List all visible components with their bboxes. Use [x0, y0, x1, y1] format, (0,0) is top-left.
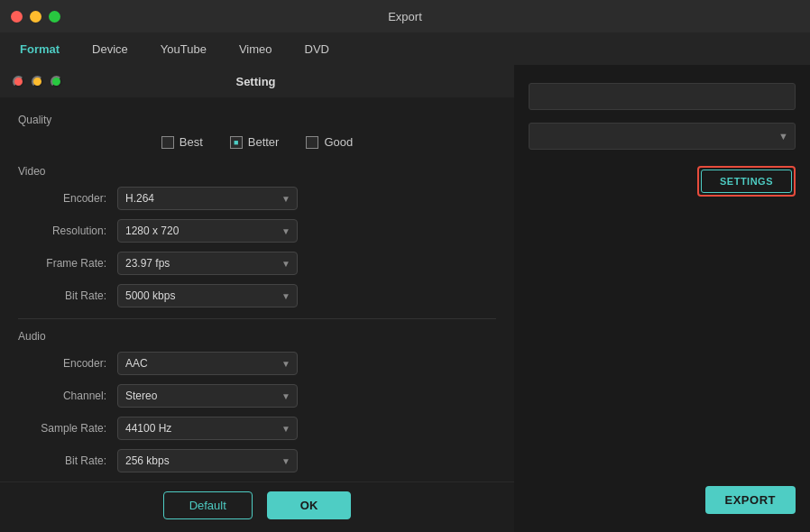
- close-button[interactable]: [11, 11, 23, 23]
- nav-item-format[interactable]: Format: [4, 37, 76, 61]
- good-checkbox[interactable]: [306, 136, 318, 149]
- encoder-label: Encoder:: [18, 192, 117, 205]
- setting-panel: Setting Quality Best Better Good: [0, 65, 514, 532]
- encoder-select-wrapper: H.264 H.265 MPEG-4 ProRes ▼: [117, 187, 298, 210]
- right-panel: ▼ SETTINGS EXPORT: [514, 65, 810, 532]
- video-bitrate-row: Bit Rate: 1000 kbps 2000 kbps 3000 kbps …: [18, 284, 496, 307]
- setting-header: Setting: [69, 75, 442, 88]
- video-resolution-row: Resolution: 3840 x 2160 1920 x 1080 1280…: [18, 219, 496, 243]
- audio-encoder-select[interactable]: AAC MP3 AC3 FLAC: [117, 352, 298, 375]
- window-controls[interactable]: [11, 11, 60, 23]
- right-input-field[interactable]: [529, 83, 796, 110]
- audio-bitrate-label: Bit Rate:: [18, 454, 117, 467]
- right-dropdown-wrapper: ▼: [529, 123, 796, 150]
- window-title: Export: [388, 10, 422, 23]
- encoder-select[interactable]: H.264 H.265 MPEG-4 ProRes: [117, 187, 298, 210]
- nav-item-device[interactable]: Device: [76, 37, 144, 61]
- audio-encoder-row: Encoder: AAC MP3 AC3 FLAC ▼: [18, 352, 496, 375]
- video-bitrate-label: Bit Rate:: [18, 289, 117, 302]
- inner-minimize-button[interactable]: [32, 76, 43, 87]
- inner-maximize-button[interactable]: [51, 76, 62, 87]
- better-checkbox[interactable]: [230, 136, 243, 149]
- main-content: Setting Quality Best Better Good: [0, 65, 810, 532]
- nav-item-dvd[interactable]: DVD: [289, 37, 345, 61]
- video-framerate-row: Frame Rate: 23.97 fps 24 fps 25 fps 29.9…: [18, 252, 496, 275]
- settings-button[interactable]: SETTINGS: [701, 170, 792, 193]
- minimize-button[interactable]: [30, 11, 41, 23]
- quality-row: Best Better Good: [18, 135, 496, 149]
- channel-select-wrapper: Mono Stereo 5.1 ▼: [117, 384, 298, 408]
- video-bitrate-select[interactable]: 1000 kbps 2000 kbps 3000 kbps 5000 kbps …: [117, 284, 298, 307]
- channel-label: Channel:: [18, 390, 117, 402]
- ok-button[interactable]: OK: [267, 491, 352, 519]
- resolution-label: Resolution:: [18, 225, 117, 237]
- video-label: Video: [18, 165, 496, 178]
- framerate-select[interactable]: 23.97 fps 24 fps 25 fps 29.97 fps 30 fps: [117, 252, 298, 275]
- setting-body: Quality Best Better Good Video E: [0, 97, 514, 482]
- audio-channel-row: Channel: Mono Stereo 5.1 ▼: [18, 384, 496, 408]
- audio-encoder-select-wrapper: AAC MP3 AC3 FLAC ▼: [117, 352, 298, 375]
- inner-close-button[interactable]: [13, 76, 24, 87]
- quality-label: Quality: [18, 114, 496, 126]
- resolution-select-wrapper: 3840 x 2160 1920 x 1080 1280 x 720 854 x…: [117, 219, 298, 243]
- nav-item-youtube[interactable]: YouTube: [144, 37, 223, 61]
- section-divider: [18, 318, 496, 319]
- better-label: Better: [248, 135, 280, 149]
- nav-item-vimeo[interactable]: Vimeo: [223, 37, 289, 61]
- good-label: Good: [324, 135, 353, 149]
- resolution-select[interactable]: 3840 x 2160 1920 x 1080 1280 x 720 854 x…: [117, 219, 298, 243]
- audio-bitrate-row: Bit Rate: 128 kbps 192 kbps 256 kbps 320…: [18, 449, 496, 472]
- audio-bitrate-select-wrapper: 128 kbps 192 kbps 256 kbps 320 kbps ▼: [117, 449, 298, 472]
- sample-rate-select-wrapper: 22050 Hz 44100 Hz 48000 Hz ▼: [117, 417, 298, 440]
- audio-bitrate-select[interactable]: 128 kbps 192 kbps 256 kbps 320 kbps: [117, 449, 298, 472]
- framerate-label: Frame Rate:: [18, 257, 117, 270]
- quality-better[interactable]: Better: [230, 135, 280, 149]
- sample-rate-label: Sample Rate:: [18, 422, 117, 435]
- setting-footer: Default OK: [0, 482, 514, 532]
- quality-good[interactable]: Good: [306, 135, 353, 149]
- sample-rate-row: Sample Rate: 22050 Hz 44100 Hz 48000 Hz …: [18, 417, 496, 440]
- audio-label: Audio: [18, 330, 496, 343]
- export-button[interactable]: EXPORT: [705, 486, 796, 514]
- video-bitrate-select-wrapper: 1000 kbps 2000 kbps 3000 kbps 5000 kbps …: [117, 284, 298, 307]
- video-encoder-row: Encoder: H.264 H.265 MPEG-4 ProRes ▼: [18, 187, 496, 210]
- quality-best[interactable]: Best: [161, 135, 203, 149]
- default-button[interactable]: Default: [163, 491, 253, 519]
- sample-rate-select[interactable]: 22050 Hz 44100 Hz 48000 Hz: [117, 417, 298, 440]
- channel-select[interactable]: Mono Stereo 5.1: [117, 384, 298, 408]
- maximize-button[interactable]: [49, 11, 60, 23]
- title-bar: Export: [0, 0, 810, 32]
- best-label: Best: [179, 135, 203, 149]
- settings-button-wrapper: SETTINGS: [697, 166, 796, 197]
- nav-bar: Format Device YouTube Vimeo DVD: [0, 32, 810, 65]
- best-checkbox[interactable]: [161, 136, 174, 149]
- right-dropdown[interactable]: [529, 123, 796, 150]
- framerate-select-wrapper: 23.97 fps 24 fps 25 fps 29.97 fps 30 fps…: [117, 252, 298, 275]
- audio-encoder-label: Encoder:: [18, 357, 117, 370]
